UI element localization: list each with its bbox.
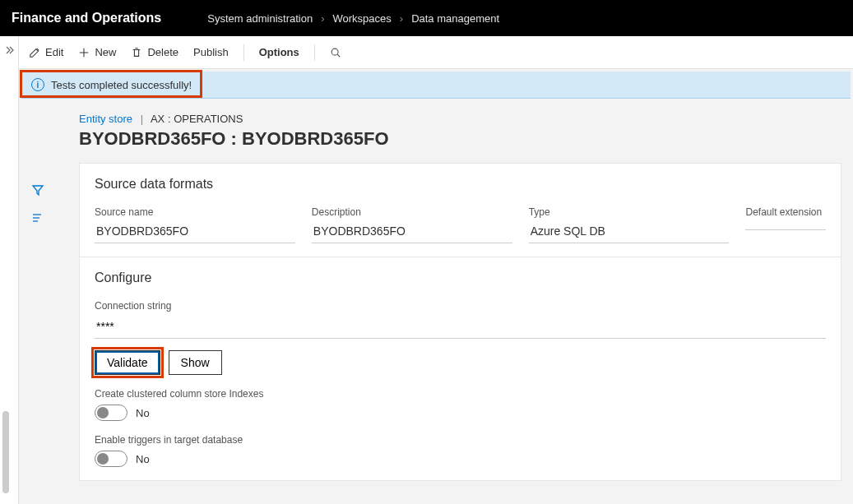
toggle-value: No bbox=[136, 453, 150, 465]
type-value[interactable]: Azure SQL DB bbox=[529, 221, 730, 243]
new-button[interactable]: New bbox=[78, 46, 116, 58]
notification-bar: i Tests completed successfully! bbox=[21, 72, 851, 99]
breadcrumb-item[interactable]: System administration bbox=[207, 12, 313, 25]
sidebar bbox=[19, 101, 56, 504]
toolbar: Edit New Delete Publish Options bbox=[19, 36, 853, 69]
source-name-value[interactable]: BYODBRD365FO bbox=[95, 221, 295, 243]
edit-label: Edit bbox=[45, 46, 63, 58]
delete-label: Delete bbox=[147, 46, 178, 58]
enable-triggers-toggle[interactable] bbox=[95, 451, 127, 467]
page-title: BYODBRD365FO : BYODBRD365FO bbox=[79, 128, 841, 150]
options-label: Options bbox=[259, 46, 299, 58]
chevron-right-icon: › bbox=[321, 12, 324, 25]
breadcrumb: System administration › Workspaces › Dat… bbox=[207, 12, 499, 25]
default-ext-label: Default extension bbox=[745, 206, 826, 218]
app-header: Finance and Operations System administra… bbox=[0, 0, 853, 36]
scrollbar[interactable] bbox=[2, 411, 9, 493]
clustered-index-label: Create clustered column store Indexes bbox=[95, 388, 826, 400]
search-button[interactable] bbox=[330, 47, 341, 58]
content-area: Entity store | AX : OPERATIONS BYODBRD36… bbox=[56, 101, 853, 504]
clustered-index-toggle[interactable] bbox=[95, 405, 127, 421]
default-ext-value[interactable] bbox=[745, 221, 826, 230]
notification-text: Tests completed successfully! bbox=[51, 79, 192, 91]
chevron-right-icon: › bbox=[400, 12, 403, 25]
entity-store-link[interactable]: Entity store bbox=[79, 113, 132, 125]
delete-button[interactable]: Delete bbox=[131, 46, 178, 58]
show-button[interactable]: Show bbox=[169, 350, 222, 375]
new-label: New bbox=[95, 46, 116, 58]
page-breadcrumb: Entity store | AX : OPERATIONS bbox=[79, 113, 841, 125]
configure-card: Configure Connection string Validate Sho… bbox=[79, 257, 841, 481]
separator bbox=[314, 44, 315, 61]
app-title: Finance and Operations bbox=[12, 11, 161, 25]
toggle-value: No bbox=[136, 407, 150, 419]
expand-icon[interactable] bbox=[0, 36, 18, 66]
edit-button[interactable]: Edit bbox=[29, 46, 63, 58]
publish-button[interactable]: Publish bbox=[193, 46, 229, 58]
conn-string-label: Connection string bbox=[95, 300, 826, 312]
validate-button[interactable]: Validate bbox=[95, 350, 160, 375]
options-button[interactable]: Options bbox=[259, 46, 299, 58]
source-name-label: Source name bbox=[95, 206, 295, 218]
separator bbox=[243, 44, 244, 61]
info-icon: i bbox=[31, 78, 44, 91]
search-icon bbox=[330, 47, 341, 58]
description-label: Description bbox=[312, 206, 512, 218]
context-label: AX : OPERATIONS bbox=[151, 113, 243, 125]
filter-icon[interactable] bbox=[31, 183, 44, 200]
description-value[interactable]: BYODBRD365FO bbox=[312, 221, 512, 243]
separator: | bbox=[141, 113, 143, 125]
enable-triggers-label: Enable triggers in target database bbox=[95, 434, 826, 446]
publish-label: Publish bbox=[193, 46, 229, 58]
source-formats-card: Source data formats Source name BYODBRD3… bbox=[79, 163, 841, 257]
section-title: Configure bbox=[95, 270, 826, 285]
section-title: Source data formats bbox=[95, 177, 826, 192]
connection-string-input[interactable] bbox=[95, 315, 826, 339]
type-label: Type bbox=[529, 206, 730, 218]
breadcrumb-item[interactable]: Data management bbox=[411, 12, 499, 25]
breadcrumb-item[interactable]: Workspaces bbox=[333, 12, 392, 25]
svg-point-0 bbox=[331, 49, 338, 55]
list-icon[interactable] bbox=[31, 211, 44, 228]
